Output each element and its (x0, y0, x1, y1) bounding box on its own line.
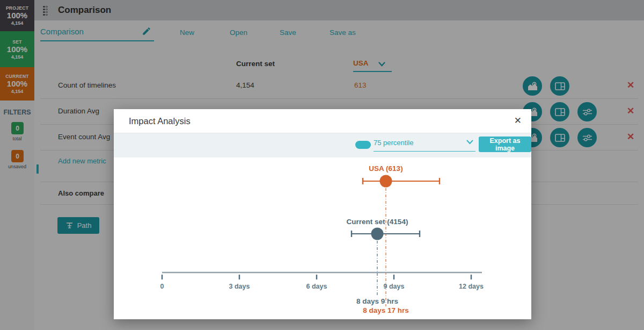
x-tick-label: 3 days (229, 283, 250, 290)
impact-chart: USA (613) Current set (4154) 0 3 days 6 … (114, 157, 531, 319)
percentile-value: 75 percentile (374, 139, 413, 147)
series-label-usa: USA (613) (369, 164, 402, 173)
modal-toolbar: 75 percentile Export as image (114, 133, 531, 157)
impact-analysis-modal: Impact Analysis ✕ 75 percentile Export a… (114, 109, 531, 319)
close-icon[interactable]: ✕ (514, 115, 522, 126)
chevron-down-icon (466, 140, 473, 145)
current-value-label: 8 days 9 hrs (356, 297, 398, 305)
x-tick-label: 6 days (306, 283, 327, 290)
usa-data-point[interactable] (380, 175, 392, 188)
modal-header: Impact Analysis ✕ (114, 109, 531, 133)
x-tick-label: 9 days (384, 283, 405, 290)
percentile-select[interactable]: 75 percentile (374, 138, 475, 152)
usa-value-label: 8 days 17 hrs (363, 306, 409, 314)
x-tick-label: 12 days (459, 283, 484, 290)
x-tick-label: 0 (160, 283, 164, 290)
modal-title: Impact Analysis (129, 116, 191, 126)
series-label-current-set: Current set (4154) (347, 218, 408, 226)
current-data-point[interactable] (371, 228, 384, 240)
percentile-toggle[interactable] (355, 141, 371, 149)
export-as-image-button[interactable]: Export as image (479, 137, 531, 152)
